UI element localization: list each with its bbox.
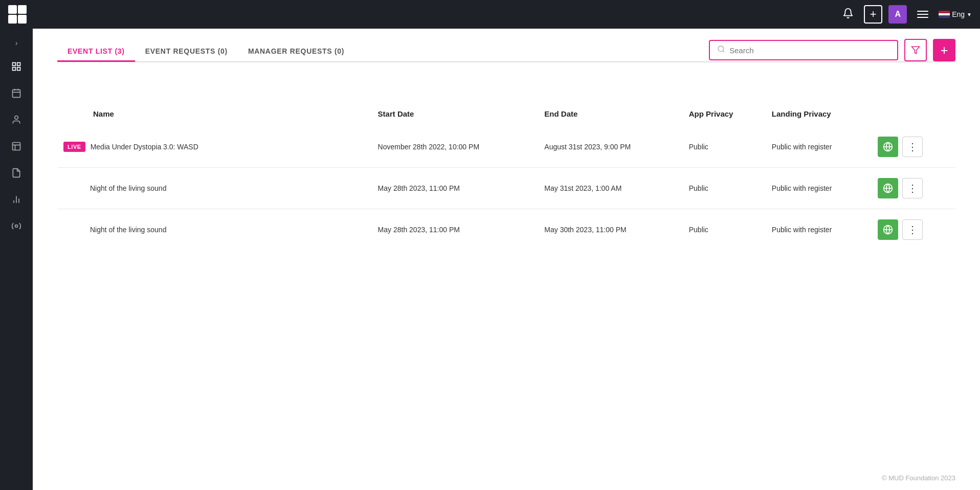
tab-event-requests[interactable]: EVENT REQUESTS (0) bbox=[135, 41, 238, 61]
event-end-date: May 31st 2023, 1:00 AM bbox=[538, 168, 682, 209]
col-landing-privacy: Landing Privacy bbox=[766, 105, 872, 126]
header-toolbar-row: EVENT LIST (3) EVENT REQUESTS (0) MANAGE… bbox=[57, 41, 955, 61]
event-app-privacy: Public bbox=[683, 168, 766, 209]
event-landing-privacy: Public with register bbox=[766, 209, 872, 251]
col-name: Name bbox=[57, 105, 372, 126]
table-row: Night of the living soundMay 28th 2023, … bbox=[57, 209, 955, 251]
create-button[interactable]: + bbox=[864, 5, 882, 24]
tab-event-list[interactable]: EVENT LIST (3) bbox=[57, 41, 135, 61]
notifications-button[interactable] bbox=[838, 6, 858, 24]
menu-button[interactable] bbox=[913, 9, 932, 20]
event-actions-cell: ⋮ bbox=[872, 168, 955, 209]
table-row: Night of the living soundMay 28th 2023, … bbox=[57, 168, 955, 209]
svg-point-8 bbox=[15, 116, 18, 120]
sidebar-item-reports[interactable] bbox=[5, 135, 28, 158]
chevron-down-icon: ▼ bbox=[967, 12, 972, 17]
event-app-privacy: Public bbox=[683, 126, 766, 168]
event-name-cell: Night of the living sound bbox=[57, 168, 372, 209]
svg-rect-3 bbox=[13, 68, 16, 71]
events-table: Name Start Date End Date App Privacy Lan… bbox=[57, 105, 955, 250]
search-input[interactable] bbox=[729, 46, 890, 55]
table-row: LIVEMedia Under Dystopia 3.0: WASDNovemb… bbox=[57, 126, 955, 168]
search-icon bbox=[717, 45, 725, 55]
svg-line-17 bbox=[723, 51, 724, 52]
event-start-date: May 28th 2023, 11:00 PM bbox=[372, 168, 539, 209]
event-start-date: May 28th 2023, 11:00 PM bbox=[372, 209, 539, 251]
language-label: Eng bbox=[952, 10, 965, 18]
more-options-button[interactable]: ⋮ bbox=[902, 219, 923, 240]
svg-point-16 bbox=[718, 46, 724, 52]
svg-rect-1 bbox=[17, 63, 20, 66]
sidebar-item-settings[interactable] bbox=[5, 215, 28, 237]
globe-button[interactable] bbox=[878, 178, 898, 198]
event-name: Night of the living sound bbox=[90, 226, 166, 234]
svg-rect-9 bbox=[13, 143, 20, 150]
event-actions-cell: ⋮ bbox=[872, 126, 955, 168]
tab-manager-requests[interactable]: MANAGER REQUESTS (0) bbox=[238, 41, 354, 61]
col-app-privacy: App Privacy bbox=[683, 105, 766, 126]
col-actions bbox=[872, 105, 955, 126]
svg-rect-2 bbox=[17, 68, 20, 71]
sidebar-item-dashboard[interactable] bbox=[5, 55, 28, 78]
sidebar-item-calendar[interactable] bbox=[5, 82, 28, 104]
svg-marker-18 bbox=[912, 47, 920, 54]
col-end-date: End Date bbox=[538, 105, 682, 126]
sidebar-item-documents[interactable] bbox=[5, 162, 28, 184]
event-landing-privacy: Public with register bbox=[766, 126, 872, 168]
event-name-cell: Night of the living sound bbox=[57, 209, 372, 251]
more-options-button[interactable]: ⋮ bbox=[902, 178, 923, 198]
event-app-privacy: Public bbox=[683, 209, 766, 251]
add-event-button[interactable]: + bbox=[933, 39, 955, 61]
globe-button[interactable] bbox=[878, 137, 898, 157]
sidebar-item-users[interactable] bbox=[5, 108, 28, 131]
sidebar: › bbox=[0, 29, 33, 490]
topnav-actions: + A Eng ▼ bbox=[838, 5, 972, 24]
globe-button[interactable] bbox=[878, 219, 898, 240]
event-name-cell: LIVEMedia Under Dystopia 3.0: WASD bbox=[57, 126, 372, 168]
event-end-date: May 30th 2023, 11:00 PM bbox=[538, 209, 682, 251]
event-end-date: August 31st 2023, 9:00 PM bbox=[538, 126, 682, 168]
search-box bbox=[709, 40, 898, 60]
event-landing-privacy: Public with register bbox=[766, 168, 872, 209]
filter-button[interactable] bbox=[904, 39, 927, 61]
language-selector[interactable]: Eng ▼ bbox=[939, 10, 972, 18]
event-start-date: November 28th 2022, 10:00 PM bbox=[372, 126, 539, 168]
svg-rect-4 bbox=[13, 90, 20, 97]
footer: © MUD Foundation 2023 bbox=[33, 466, 980, 490]
svg-rect-0 bbox=[13, 63, 16, 66]
topnav: + A Eng ▼ bbox=[0, 0, 980, 29]
flag-icon bbox=[939, 11, 950, 18]
tab-divider bbox=[57, 61, 955, 62]
col-start-date: Start Date bbox=[372, 105, 539, 126]
sidebar-collapse-button[interactable]: › bbox=[11, 35, 22, 51]
tabs: EVENT LIST (3) EVENT REQUESTS (0) MANAGE… bbox=[57, 41, 709, 61]
svg-point-15 bbox=[15, 225, 18, 228]
sidebar-item-analytics[interactable] bbox=[5, 188, 28, 211]
event-name: Media Under Dystopia 3.0: WASD bbox=[91, 143, 198, 151]
logo-icon bbox=[8, 5, 27, 24]
live-badge: LIVE bbox=[63, 142, 85, 152]
user-avatar-button[interactable]: A bbox=[888, 5, 907, 24]
toolbar: + bbox=[709, 39, 955, 61]
event-actions-cell: ⋮ bbox=[872, 209, 955, 251]
event-name: Night of the living sound bbox=[90, 184, 166, 192]
main-content: EVENT LIST (3) EVENT REQUESTS (0) MANAGE… bbox=[33, 29, 980, 466]
more-options-button[interactable]: ⋮ bbox=[902, 137, 923, 157]
logo bbox=[8, 5, 27, 24]
footer-text: © MUD Foundation 2023 bbox=[882, 474, 955, 482]
